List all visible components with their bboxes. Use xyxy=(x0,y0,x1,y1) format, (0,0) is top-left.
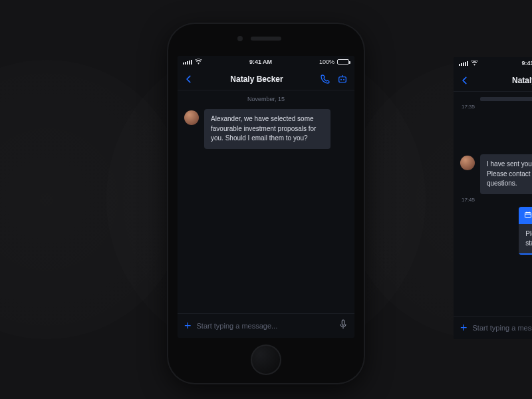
phone-speaker xyxy=(251,37,281,41)
message-input[interactable] xyxy=(197,322,333,330)
timestamp: 17:35 xyxy=(454,104,532,110)
message-bubble-incoming[interactable]: Alexander, we have selected some favoura… xyxy=(204,109,331,149)
wifi-icon xyxy=(471,60,478,67)
svg-rect-3 xyxy=(342,320,344,325)
composer-2: + xyxy=(454,316,532,339)
signal-icon xyxy=(459,61,468,66)
battery-pct: 100% xyxy=(319,59,334,65)
svg-rect-0 xyxy=(339,76,346,82)
message-row: Alexander, we have selected some favoura… xyxy=(178,106,354,152)
composer: + xyxy=(178,313,354,338)
chat-title-2: Nataly B xyxy=(469,76,532,85)
calendar-icon xyxy=(524,211,532,220)
status-time: 9:41 AM xyxy=(202,59,319,65)
phone-camera xyxy=(237,36,243,41)
back-button[interactable] xyxy=(184,74,194,84)
call-button[interactable] xyxy=(320,74,331,84)
read-receipt-icon: ✓✓ xyxy=(454,257,532,266)
signal-icon xyxy=(183,60,192,65)
read-receipt-icon: ✓✓ xyxy=(454,143,532,152)
back-button[interactable] xyxy=(460,76,469,85)
task-body: Please prepare an statements for cu xyxy=(519,224,532,255)
svg-point-2 xyxy=(343,78,344,80)
avatar[interactable] xyxy=(184,110,199,125)
svg-point-1 xyxy=(340,78,342,80)
task-card[interactable]: 20.12.2017, 12 Please prepare an stateme… xyxy=(519,207,532,255)
avatar[interactable] xyxy=(460,156,475,170)
message-row-out: Plea alex xyxy=(454,111,532,143)
app-screen: 9:41 AM 100% Nataly Becker November, 15 xyxy=(178,56,354,338)
mic-button[interactable] xyxy=(338,319,348,332)
wifi-icon xyxy=(195,59,202,66)
attach-button[interactable]: + xyxy=(460,322,467,334)
message-input-2[interactable] xyxy=(473,324,532,332)
task-row: 20.12.2017, 12 Please prepare an stateme… xyxy=(454,204,532,257)
chat-header-2: Nataly B xyxy=(454,69,532,92)
battery-icon xyxy=(337,59,349,65)
timestamp: 17:45 xyxy=(454,197,532,203)
app-screen-secondary: 9:41 AM Nataly B 17:35 Plea alex ✓✓ I ha… xyxy=(454,57,532,339)
message-bubble-incoming[interactable]: I have sent you th Please contact me que… xyxy=(480,154,532,194)
attach-button[interactable]: + xyxy=(184,320,192,332)
status-time-2: 9:41 AM xyxy=(478,60,532,66)
bot-button[interactable] xyxy=(337,74,348,84)
status-bar: 9:41 AM 100% xyxy=(178,56,354,68)
phone-device: 9:41 AM 100% Nataly Becker November, 15 xyxy=(168,24,364,383)
scroll-hint xyxy=(480,97,532,101)
svg-rect-4 xyxy=(525,212,531,217)
chat-title: Nataly Becker xyxy=(194,74,320,84)
home-button[interactable] xyxy=(251,344,281,375)
chat-header: Nataly Becker xyxy=(178,68,354,90)
task-header: 20.12.2017, 12 xyxy=(519,207,532,224)
status-bar-2: 9:41 AM xyxy=(454,57,532,69)
message-row: I have sent you th Please contact me que… xyxy=(454,152,532,197)
date-divider: November, 15 xyxy=(178,90,354,106)
